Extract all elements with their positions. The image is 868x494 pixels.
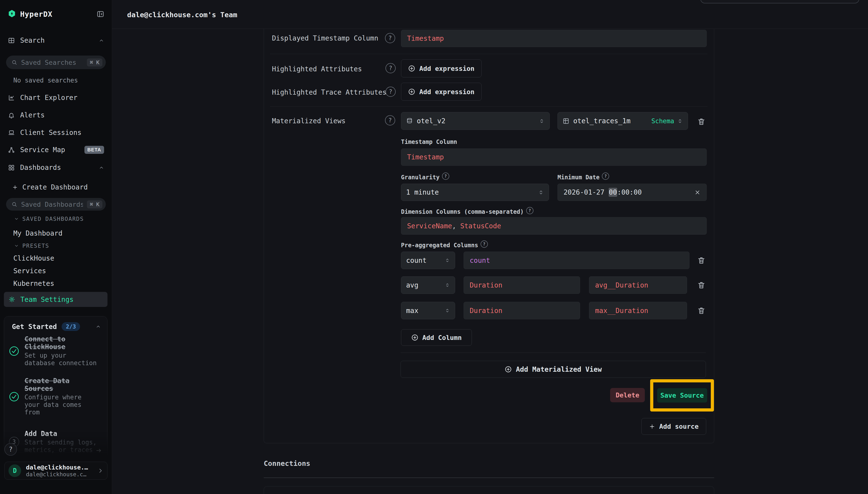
add-materialized-view-label: Add Materialized View — [516, 365, 602, 374]
delete-column-trash-icon[interactable] — [697, 280, 706, 290]
sidebar-item-team-settings[interactable]: Team Settings — [4, 292, 108, 307]
sidebar-item-search[interactable]: Search — [8, 36, 104, 44]
user-profile-button[interactable]: D dale@clickhouse.… dale@clickhouse.c… — [4, 462, 108, 480]
step-title: Create Data Sources — [24, 377, 99, 393]
aggregation-fn-select[interactable]: avg — [401, 277, 455, 294]
source-settings-panel: Displayed Timestamp Column Highlighted A… — [264, 29, 714, 443]
add-expression-button[interactable]: Add expression — [401, 83, 482, 101]
schema-badge[interactable]: Schema — [651, 117, 674, 125]
help-circle-icon[interactable] — [442, 172, 449, 180]
help-circle-icon[interactable] — [481, 241, 488, 248]
delete-column-trash-icon[interactable] — [697, 306, 706, 316]
plus-circle-icon — [411, 334, 419, 341]
presets-group[interactable]: PRESETS — [14, 243, 49, 249]
hyperdx-logo-icon — [8, 10, 16, 18]
saved-dashboards-group[interactable]: SAVED DASHBOARDS — [14, 216, 84, 222]
saved-searches-search[interactable]: ⌘ K — [6, 56, 106, 69]
collapse-sidebar-icon[interactable] — [97, 11, 104, 18]
delete-view-trash-icon[interactable] — [697, 117, 706, 127]
minimum-date-input[interactable]: 2026-01-27 00 :00:00 — [558, 184, 707, 201]
saved-dashboards-input[interactable] — [21, 201, 83, 208]
chevron-up-icon[interactable] — [99, 165, 104, 170]
sidebar-item-dashboards[interactable]: Dashboards — [8, 164, 104, 172]
sub-label: Minimum Date — [558, 174, 609, 181]
field-label: Highlighted Attributes — [272, 65, 362, 73]
add-expression-label: Add expression — [419, 65, 475, 72]
help-circle-icon[interactable] — [385, 115, 395, 126]
expression-input[interactable] — [464, 302, 580, 319]
sidebar-item-clickhouse[interactable]: ClickHouse — [13, 254, 54, 262]
alias-input[interactable] — [589, 302, 687, 319]
sidebar-item-label: Service Map — [20, 146, 65, 154]
sidebar-item-client-sessions[interactable]: Client Sessions — [8, 129, 104, 137]
get-started-step-add-data[interactable]: 3 Add Data Start sending logs, metrics, … — [9, 430, 104, 454]
alias-value[interactable] — [595, 307, 681, 315]
get-started-card: Get Started 2/3 Connect to ClickHouse Se… — [4, 316, 108, 460]
create-dashboard-button[interactable]: Create Dashboard — [12, 183, 104, 191]
field-label: Materialized Views — [272, 117, 345, 125]
help-circle-icon[interactable] — [385, 33, 395, 43]
add-source-label: Add source — [659, 423, 699, 430]
dimension-value-1[interactable]: ServiceName — [407, 222, 452, 230]
dimension-value-2[interactable]: StatusCode — [460, 222, 501, 230]
delete-column-trash-icon[interactable] — [697, 255, 706, 265]
select-chevrons-icon — [445, 258, 450, 263]
mv-timestamp-value[interactable] — [407, 153, 701, 161]
add-expression-button[interactable]: Add expression — [401, 59, 482, 77]
get-started-step-connect[interactable]: Connect to ClickHouse Set up your databa… — [9, 335, 104, 367]
clear-date-icon[interactable] — [694, 189, 701, 195]
add-materialized-view-button[interactable]: Add Materialized View — [401, 361, 706, 378]
displayed-timestamp-value[interactable] — [407, 35, 701, 42]
sidebar-item-chart-explorer[interactable]: Chart Explorer — [8, 94, 104, 102]
hours-segment[interactable]: 00 — [609, 188, 617, 197]
date-part[interactable]: 2026-01-27 — [563, 188, 604, 196]
select-chevrons-icon — [445, 282, 450, 288]
expression-value[interactable] — [470, 281, 574, 289]
database-icon — [406, 118, 413, 125]
aggregation-fn-select[interactable]: max — [401, 302, 455, 319]
expression-input[interactable] — [464, 277, 580, 294]
aggregation-fn-select[interactable]: count — [401, 252, 455, 269]
help-circle-icon[interactable] — [385, 63, 396, 73]
database-select[interactable]: otel_v2 — [401, 112, 550, 130]
get-started-step-sources[interactable]: Create Data Sources Configure where your… — [9, 377, 104, 416]
time-rest[interactable]: :00:00 — [617, 188, 642, 196]
help-circle-icon[interactable] — [602, 172, 609, 180]
get-started-title: Get Started — [12, 323, 57, 331]
table-select[interactable]: otel_traces_1m Schema — [558, 112, 688, 130]
progress-badge: 2/3 — [62, 322, 80, 331]
sidebar-item-service-map[interactable]: Service Map BETA — [8, 146, 104, 154]
save-source-button[interactable]: Save Source — [657, 388, 707, 402]
shortcut-badge: ⌘ K — [87, 58, 102, 66]
help-circle-icon[interactable] — [385, 87, 396, 97]
sidebar-item-my-dashboard[interactable]: My Dashboard — [13, 229, 62, 237]
add-column-button[interactable]: Add Column — [401, 329, 472, 346]
chevron-up-icon[interactable] — [96, 324, 101, 329]
displayed-timestamp-input[interactable] — [401, 30, 707, 47]
alias-value[interactable] — [595, 281, 681, 289]
delete-source-button[interactable]: Delete — [610, 388, 645, 402]
add-source-button[interactable]: Add source — [641, 418, 706, 435]
saved-dashboards-search[interactable]: ⌘ K — [6, 198, 106, 211]
chevron-up-icon[interactable] — [99, 38, 104, 43]
dimension-columns-input[interactable]: ServiceName , StatusCode — [401, 217, 707, 235]
sidebar-item-kubernetes[interactable]: Kubernetes — [13, 280, 54, 287]
saved-searches-input[interactable] — [21, 59, 83, 66]
expression-value[interactable] — [470, 307, 574, 315]
help-circle-icon[interactable] — [526, 207, 534, 214]
minimum-date-label: Minimum Date — [558, 174, 599, 181]
granularity-select[interactable]: 1 minute — [401, 184, 549, 201]
help-button[interactable]: ? — [4, 443, 17, 456]
get-started-header[interactable]: Get Started 2/3 — [12, 322, 101, 331]
plus-icon — [649, 423, 655, 430]
sidebar-item-services[interactable]: Services — [13, 267, 46, 275]
expression-input[interactable] — [464, 252, 690, 269]
sidebar: HyperDX Search ⌘ K No saved searches Cha… — [0, 0, 112, 494]
expression-value[interactable] — [470, 256, 683, 264]
mv-timestamp-input[interactable] — [401, 149, 707, 166]
alias-input[interactable] — [589, 277, 687, 294]
add-column-label: Add Column — [422, 334, 462, 341]
sub-label: Dimension Columns (comma-separated) — [401, 208, 534, 216]
brand-row: HyperDX — [8, 10, 104, 18]
sidebar-item-alerts[interactable]: Alerts — [8, 111, 104, 119]
